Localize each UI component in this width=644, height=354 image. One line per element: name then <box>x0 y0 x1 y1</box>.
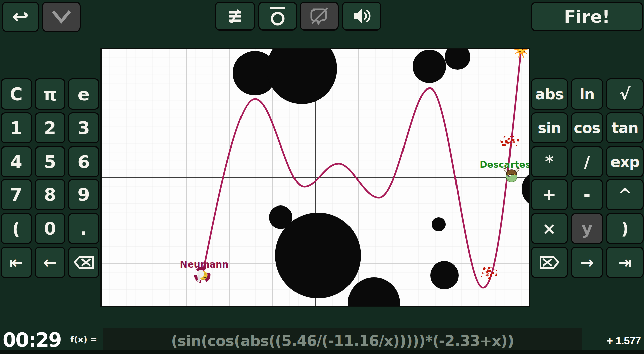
key-power[interactable]: ^ <box>606 179 644 210</box>
key-pi[interactable]: π <box>35 78 65 110</box>
key-plus[interactable]: + <box>531 179 568 210</box>
key-9[interactable]: 9 <box>68 179 99 210</box>
collapse-button[interactable] <box>42 2 81 32</box>
game-field: Neumann Descartes <box>100 48 530 307</box>
key-times[interactable]: × <box>531 213 568 244</box>
key-decimal[interactable]: . <box>68 213 99 244</box>
bottom-edge-strip <box>0 350 644 354</box>
key-2[interactable]: 2 <box>35 112 65 143</box>
backspace-icon <box>74 256 94 269</box>
player-name-neumann: Neumann <box>180 259 229 270</box>
key-forward-delete[interactable] <box>531 247 568 278</box>
return-arrow-icon: ↩ <box>12 7 29 26</box>
key-e[interactable]: e <box>68 78 99 110</box>
key-backspace[interactable] <box>68 247 99 278</box>
key-multiply-star[interactable]: * <box>531 146 568 177</box>
speaker-icon <box>351 6 373 26</box>
key-6[interactable]: 6 <box>68 146 99 177</box>
key-clear[interactable]: C <box>1 78 32 110</box>
key-8[interactable]: 8 <box>35 179 65 210</box>
key-divide[interactable]: / <box>571 146 603 177</box>
key-y[interactable]: y <box>571 213 603 244</box>
chat-disabled-icon <box>309 6 330 26</box>
not-equivalent-icon: ≢ <box>227 7 243 25</box>
key-0[interactable]: 0 <box>35 213 65 244</box>
turn-timer: 00:29 <box>3 329 60 351</box>
key-cursor-home[interactable]: ⇤ <box>1 247 32 278</box>
key-sqrt[interactable]: √ <box>606 78 644 110</box>
key-close-paren[interactable]: ) <box>606 213 644 244</box>
sound-button[interactable] <box>342 2 381 31</box>
mode-normal-button[interactable]: ≢ <box>215 2 255 31</box>
function-input-value: (sin(cos(abs((5.46/(-11.16/x)))))*(-2.33… <box>171 332 514 349</box>
fire-button[interactable]: Fire! <box>531 2 643 31</box>
player-name-descartes: Descartes <box>480 159 529 170</box>
key-1[interactable]: 1 <box>1 112 32 143</box>
key-ln[interactable]: ln <box>571 78 603 110</box>
key-minus[interactable]: - <box>571 179 603 210</box>
key-tan[interactable]: tan <box>606 112 644 143</box>
chat-toggle-button[interactable] <box>300 2 339 31</box>
forward-delete-icon <box>540 256 559 269</box>
key-exp[interactable]: exp <box>606 146 644 177</box>
key-3[interactable]: 3 <box>68 112 99 143</box>
key-cursor-end[interactable]: ⇥ <box>606 247 644 278</box>
back-button[interactable]: ↩ <box>2 2 39 32</box>
key-cos[interactable]: cos <box>571 112 603 143</box>
mode-circle-button[interactable] <box>258 2 297 31</box>
key-4[interactable]: 4 <box>1 146 32 177</box>
chevron-down-icon <box>50 9 72 25</box>
key-abs[interactable]: abs <box>531 78 568 110</box>
fire-button-label: Fire! <box>564 8 610 25</box>
fx-equals-label: f(x) = <box>70 335 97 344</box>
game-field-canvas: Neumann Descartes <box>102 49 529 306</box>
key-cursor-right[interactable]: → <box>571 247 603 278</box>
key-5[interactable]: 5 <box>35 146 65 177</box>
key-7[interactable]: 7 <box>1 179 32 210</box>
key-cursor-left[interactable]: ← <box>35 247 65 278</box>
angle-offset-value: + 1.577 <box>584 335 641 347</box>
key-open-paren[interactable]: ( <box>1 213 32 244</box>
key-sin[interactable]: sin <box>531 112 568 143</box>
circle-overline-icon <box>267 5 288 27</box>
